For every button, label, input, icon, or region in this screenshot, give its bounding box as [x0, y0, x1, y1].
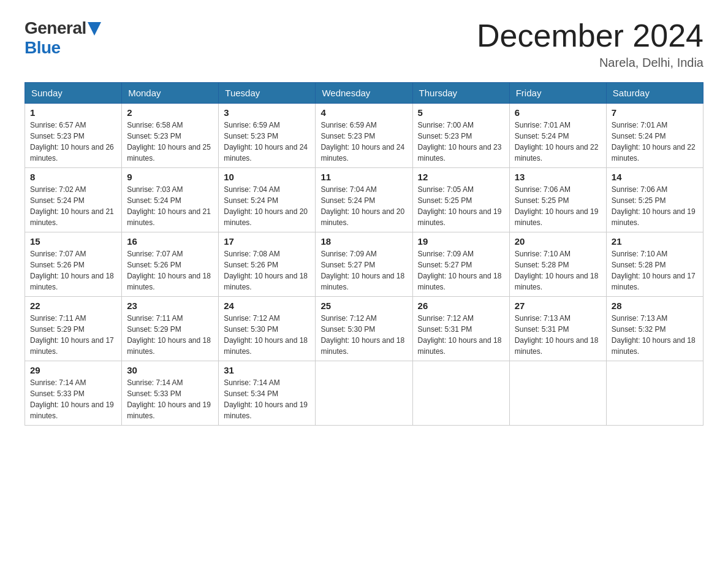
day-info: Sunrise: 7:14 AM Sunset: 5:33 PM Dayligh…: [30, 377, 116, 421]
table-row: 14 Sunrise: 7:06 AM Sunset: 5:25 PM Dayl…: [606, 168, 703, 232]
header-tuesday: Tuesday: [219, 83, 316, 104]
table-row: 21 Sunrise: 7:10 AM Sunset: 5:28 PM Dayl…: [606, 232, 703, 297]
day-info: Sunrise: 7:01 AM Sunset: 5:24 PM Dayligh…: [612, 120, 698, 164]
table-row: 12 Sunrise: 7:05 AM Sunset: 5:25 PM Dayl…: [412, 168, 509, 232]
day-info: Sunrise: 6:59 AM Sunset: 5:23 PM Dayligh…: [320, 120, 407, 164]
day-info: Sunrise: 7:04 AM Sunset: 5:24 PM Dayligh…: [224, 184, 310, 228]
day-number: 27: [515, 301, 601, 311]
table-row: 30 Sunrise: 7:14 AM Sunset: 5:33 PM Dayl…: [122, 361, 219, 426]
day-info: Sunrise: 7:14 AM Sunset: 5:33 PM Dayligh…: [127, 377, 213, 421]
day-info: Sunrise: 6:58 AM Sunset: 5:23 PM Dayligh…: [127, 120, 213, 164]
day-number: 25: [320, 301, 407, 311]
day-number: 12: [418, 172, 504, 182]
table-row: 22 Sunrise: 7:11 AM Sunset: 5:29 PM Dayl…: [25, 297, 122, 361]
table-row: 13 Sunrise: 7:06 AM Sunset: 5:25 PM Dayl…: [509, 168, 606, 232]
calendar-week-row: 1 Sunrise: 6:57 AM Sunset: 5:23 PM Dayli…: [25, 104, 703, 168]
header-sunday: Sunday: [25, 83, 122, 104]
day-number: 30: [127, 365, 213, 375]
day-info: Sunrise: 7:12 AM Sunset: 5:31 PM Dayligh…: [418, 313, 504, 357]
table-row: 25 Sunrise: 7:12 AM Sunset: 5:30 PM Dayl…: [316, 297, 412, 361]
day-info: Sunrise: 7:09 AM Sunset: 5:27 PM Dayligh…: [418, 248, 504, 293]
day-number: 17: [224, 236, 310, 247]
calendar-week-row: 22 Sunrise: 7:11 AM Sunset: 5:29 PM Dayl…: [25, 297, 703, 361]
table-row: 18 Sunrise: 7:09 AM Sunset: 5:27 PM Dayl…: [316, 232, 412, 297]
day-info: Sunrise: 7:09 AM Sunset: 5:27 PM Dayligh…: [320, 248, 407, 293]
day-info: Sunrise: 7:11 AM Sunset: 5:29 PM Dayligh…: [30, 313, 116, 357]
header-saturday: Saturday: [606, 83, 703, 104]
table-row: 1 Sunrise: 6:57 AM Sunset: 5:23 PM Dayli…: [25, 104, 122, 168]
table-row: 15 Sunrise: 7:07 AM Sunset: 5:26 PM Dayl…: [25, 232, 122, 297]
day-number: 11: [320, 172, 407, 182]
logo: General Blue: [25, 18, 101, 58]
day-info: Sunrise: 7:10 AM Sunset: 5:28 PM Dayligh…: [515, 248, 601, 293]
day-number: 5: [418, 107, 504, 118]
day-info: Sunrise: 6:57 AM Sunset: 5:23 PM Dayligh…: [30, 120, 116, 164]
header-friday: Friday: [509, 83, 606, 104]
table-row: 2 Sunrise: 6:58 AM Sunset: 5:23 PM Dayli…: [122, 104, 219, 168]
table-row: 11 Sunrise: 7:04 AM Sunset: 5:24 PM Dayl…: [316, 168, 412, 232]
day-info: Sunrise: 6:59 AM Sunset: 5:23 PM Dayligh…: [224, 120, 310, 164]
table-row: 5 Sunrise: 7:00 AM Sunset: 5:23 PM Dayli…: [412, 104, 509, 168]
day-number: 2: [127, 107, 213, 118]
day-info: Sunrise: 7:05 AM Sunset: 5:25 PM Dayligh…: [418, 184, 504, 228]
day-number: 31: [224, 365, 310, 375]
calendar-table: Sunday Monday Tuesday Wednesday Thursday…: [25, 82, 703, 426]
table-row: [509, 361, 606, 426]
table-row: 4 Sunrise: 6:59 AM Sunset: 5:23 PM Dayli…: [316, 104, 412, 168]
day-number: 14: [612, 172, 698, 182]
day-number: 28: [612, 301, 698, 311]
day-number: 8: [30, 172, 116, 182]
table-row: [316, 361, 412, 426]
table-row: 26 Sunrise: 7:12 AM Sunset: 5:31 PM Dayl…: [412, 297, 509, 361]
table-row: 23 Sunrise: 7:11 AM Sunset: 5:29 PM Dayl…: [122, 297, 219, 361]
table-row: 7 Sunrise: 7:01 AM Sunset: 5:24 PM Dayli…: [606, 104, 703, 168]
day-number: 19: [418, 236, 504, 247]
day-info: Sunrise: 7:08 AM Sunset: 5:26 PM Dayligh…: [224, 248, 310, 293]
table-row: 3 Sunrise: 6:59 AM Sunset: 5:23 PM Dayli…: [219, 104, 316, 168]
day-info: Sunrise: 7:06 AM Sunset: 5:25 PM Dayligh…: [515, 184, 601, 228]
day-number: 26: [418, 301, 504, 311]
day-number: 20: [515, 236, 601, 247]
logo-blue-text: Blue: [25, 38, 61, 58]
day-info: Sunrise: 7:07 AM Sunset: 5:26 PM Dayligh…: [127, 248, 213, 293]
day-info: Sunrise: 7:10 AM Sunset: 5:28 PM Dayligh…: [612, 248, 698, 293]
table-row: 29 Sunrise: 7:14 AM Sunset: 5:33 PM Dayl…: [25, 361, 122, 426]
day-info: Sunrise: 7:01 AM Sunset: 5:24 PM Dayligh…: [515, 120, 601, 164]
table-row: 24 Sunrise: 7:12 AM Sunset: 5:30 PM Dayl…: [219, 297, 316, 361]
table-row: 8 Sunrise: 7:02 AM Sunset: 5:24 PM Dayli…: [25, 168, 122, 232]
table-row: 10 Sunrise: 7:04 AM Sunset: 5:24 PM Dayl…: [219, 168, 316, 232]
table-row: 19 Sunrise: 7:09 AM Sunset: 5:27 PM Dayl…: [412, 232, 509, 297]
day-number: 3: [224, 107, 310, 118]
day-number: 4: [320, 107, 407, 118]
table-row: 17 Sunrise: 7:08 AM Sunset: 5:26 PM Dayl…: [219, 232, 316, 297]
table-row: 6 Sunrise: 7:01 AM Sunset: 5:24 PM Dayli…: [509, 104, 606, 168]
day-info: Sunrise: 7:06 AM Sunset: 5:25 PM Dayligh…: [612, 184, 698, 228]
day-info: Sunrise: 7:13 AM Sunset: 5:31 PM Dayligh…: [515, 313, 601, 357]
day-number: 9: [127, 172, 213, 182]
page-header: General Blue December 2024 Narela, Delhi…: [25, 18, 703, 70]
header-monday: Monday: [122, 83, 219, 104]
table-row: 20 Sunrise: 7:10 AM Sunset: 5:28 PM Dayl…: [509, 232, 606, 297]
calendar-week-row: 29 Sunrise: 7:14 AM Sunset: 5:33 PM Dayl…: [25, 361, 703, 426]
day-number: 16: [127, 236, 213, 247]
location-subtitle: Narela, Delhi, India: [477, 56, 703, 70]
header-wednesday: Wednesday: [316, 83, 412, 104]
logo-triangle-icon: [88, 22, 101, 36]
day-info: Sunrise: 7:07 AM Sunset: 5:26 PM Dayligh…: [30, 248, 116, 293]
day-info: Sunrise: 7:02 AM Sunset: 5:24 PM Dayligh…: [30, 184, 116, 228]
day-number: 10: [224, 172, 310, 182]
day-number: 23: [127, 301, 213, 311]
svg-marker-0: [88, 22, 101, 36]
day-number: 7: [612, 107, 698, 118]
table-row: 31 Sunrise: 7:14 AM Sunset: 5:34 PM Dayl…: [219, 361, 316, 426]
day-number: 21: [612, 236, 698, 247]
table-row: 9 Sunrise: 7:03 AM Sunset: 5:24 PM Dayli…: [122, 168, 219, 232]
day-number: 13: [515, 172, 601, 182]
day-number: 22: [30, 301, 116, 311]
calendar-week-row: 8 Sunrise: 7:02 AM Sunset: 5:24 PM Dayli…: [25, 168, 703, 232]
day-number: 24: [224, 301, 310, 311]
calendar-week-row: 15 Sunrise: 7:07 AM Sunset: 5:26 PM Dayl…: [25, 232, 703, 297]
day-info: Sunrise: 7:13 AM Sunset: 5:32 PM Dayligh…: [612, 313, 698, 357]
table-row: 28 Sunrise: 7:13 AM Sunset: 5:32 PM Dayl…: [606, 297, 703, 361]
header-thursday: Thursday: [412, 83, 509, 104]
